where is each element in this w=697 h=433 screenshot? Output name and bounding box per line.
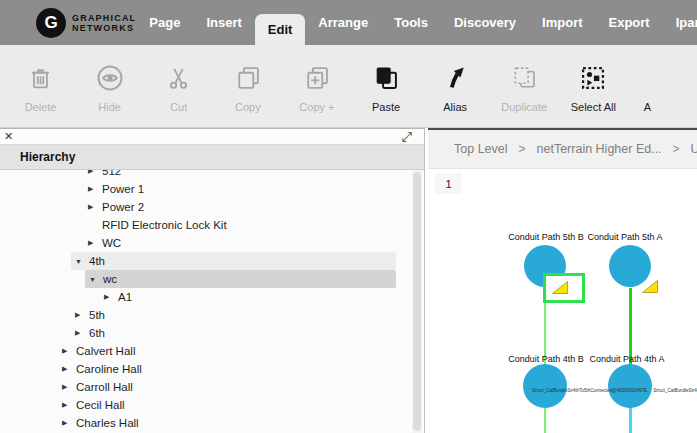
chevron-right-icon[interactable]: ▶ <box>75 311 88 319</box>
copy-plus-label: Copy + <box>299 101 334 113</box>
edit-toolbar: Delete Hide Cut Copy <box>0 45 697 128</box>
graphical-networks-logo-icon: G <box>36 8 66 38</box>
menu-item-import[interactable]: Import <box>529 0 595 45</box>
chevron-right-icon[interactable]: ▶ <box>88 170 101 175</box>
page-number-tab[interactable]: 1 <box>435 173 462 194</box>
chevron-right-icon[interactable]: ▶ <box>104 293 117 301</box>
tree-item-label: 4th <box>88 255 105 267</box>
tree-item-charles-hall[interactable]: ▶Charles Hall <box>0 414 424 432</box>
tree-scrollbar[interactable] <box>412 170 422 433</box>
menu-item-export[interactable]: Export <box>596 0 663 45</box>
tree-item-label: WC <box>101 237 121 249</box>
tree-item-label: Power 1 <box>101 183 144 195</box>
brand-line2: NETWORKS <box>72 23 136 33</box>
chevron-down-icon[interactable]: ▼ <box>89 276 102 283</box>
node-label-conduit-path-4th-b: Conduit Path 4th B <box>508 354 584 364</box>
copy-plus-icon <box>303 57 331 99</box>
hide-label: Hide <box>98 101 121 113</box>
tree-item-caroline-hall[interactable]: ▶Caroline Hall <box>0 360 424 378</box>
chevron-right-icon[interactable]: ▶ <box>88 203 101 211</box>
tree-item-carroll-hall[interactable]: ▶Carroll Hall <box>0 378 424 396</box>
link-id-label: Struct_CatBundleStr4thTo5thConnected@400… <box>653 388 697 393</box>
hierarchy-tree: ▶512 ▶Power 1 ▶Power 2 ▶RFID Electronic … <box>0 170 424 433</box>
tree-item-power-2[interactable]: ▶Power 2 <box>0 198 424 216</box>
alias-arrow-icon <box>441 57 469 99</box>
breadcrumb-clipped[interactable]: Un <box>691 142 697 156</box>
tree-item-label: Carroll Hall <box>75 381 133 393</box>
brand-line1: GRAPHICAL <box>72 13 136 23</box>
breadcrumb-top-level[interactable]: Top Level <box>454 142 508 156</box>
node-label-conduit-path-4th-a: Conduit Path 4th A <box>589 354 664 364</box>
chevron-separator-icon: > <box>673 142 680 156</box>
link-id-label: Struct_CatBundleStr4thTo5thConnected@400… <box>532 388 647 393</box>
node-conduit-path-4th-b[interactable] <box>523 364 567 408</box>
duplicate-button[interactable]: Duplicate <box>490 45 559 127</box>
duplicate-icon <box>510 57 538 99</box>
tree-item-wc-upper[interactable]: ▶WC <box>0 234 424 252</box>
trash-icon <box>27 57 54 99</box>
copy-label: Copy <box>235 101 261 113</box>
chevron-right-icon[interactable]: ▶ <box>88 185 101 193</box>
hide-button[interactable]: Hide <box>75 45 144 127</box>
menu-item-edit[interactable]: Edit <box>255 14 306 45</box>
select-all-button[interactable]: Select All <box>559 45 628 127</box>
duplicate-label: Duplicate <box>501 101 547 113</box>
main-menu: Page Insert Edit Arrange Tools Discovery… <box>136 0 697 45</box>
tree-item-label: Calvert Hall <box>75 345 135 357</box>
select-all-icon <box>579 57 607 99</box>
link-id-labels: Struct_CatBundleStr4thTo5thConnected@400… <box>532 388 697 393</box>
delete-label: Delete <box>25 101 57 113</box>
menu-item-page[interactable]: Page <box>136 0 193 45</box>
tree-item-label: A1 <box>117 291 132 303</box>
copy-plus-button[interactable]: Copy + <box>282 45 351 127</box>
delete-button[interactable]: Delete <box>6 45 75 127</box>
clipped-toolbar-label: A <box>628 101 651 113</box>
diagram-canvas[interactable]: 1 Conduit Path 5th B Conduit Path 5th A … <box>428 169 697 433</box>
tree-item-rfid-electronic-lock-kit[interactable]: ▶RFID Electronic Lock Kit <box>0 216 424 234</box>
chevron-right-icon[interactable]: ▶ <box>62 383 75 391</box>
tree-scrollbar-thumb[interactable] <box>413 172 421 431</box>
chevron-right-icon[interactable]: ▶ <box>62 419 75 427</box>
tree-item-4th[interactable]: ▼4th <box>0 252 424 270</box>
cut-button[interactable]: Cut <box>144 45 213 127</box>
menu-item-ipam[interactable]: Ipam <box>663 0 697 45</box>
chevron-down-icon[interactable]: ▼ <box>75 258 88 265</box>
chevron-right-icon[interactable]: ▶ <box>88 239 101 247</box>
tree-item-a1[interactable]: ▶A1 <box>0 288 424 306</box>
copy-button[interactable]: Copy <box>213 45 282 127</box>
tree-item-512[interactable]: ▶512 <box>0 170 424 180</box>
warning-triangle-icon <box>642 280 658 293</box>
menu-item-tools[interactable]: Tools <box>381 0 441 45</box>
scissors-icon <box>165 57 192 99</box>
alias-button[interactable]: Alias <box>421 45 490 127</box>
tree-item-power-1[interactable]: ▶Power 1 <box>0 180 424 198</box>
breadcrumb-netterrain-higher-ed[interactable]: netTerrain Higher Ed... <box>537 142 662 156</box>
tree-item-label: Power 2 <box>101 201 144 213</box>
diagram-panel: Top Level > netTerrain Higher Ed... > Un… <box>428 128 697 433</box>
chevron-right-icon[interactable]: ▶ <box>75 329 88 337</box>
node-label-conduit-path-5th-a: Conduit Path 5th A <box>587 232 662 242</box>
copy-icon <box>234 57 262 99</box>
tree-item-wc-selected[interactable]: ▼wc <box>0 270 424 288</box>
tree-item-label: 5th <box>88 309 105 321</box>
brand-name: GRAPHICAL NETWORKS <box>72 13 136 33</box>
tree-item-6th[interactable]: ▶6th <box>0 324 424 342</box>
tree-item-label: RFID Electronic Lock Kit <box>101 219 227 231</box>
alias-label: Alias <box>443 101 467 113</box>
chevron-right-icon[interactable]: ▶ <box>62 401 75 409</box>
expand-panel-icon[interactable]: ⤢ <box>402 130 412 143</box>
menu-item-arrange[interactable]: Arrange <box>305 0 381 45</box>
clipped-toolbar-button[interactable]: A <box>628 45 697 127</box>
menu-item-discovery[interactable]: Discovery <box>441 0 529 45</box>
tree-item-calvert-hall[interactable]: ▶Calvert Hall <box>0 342 424 360</box>
chevron-right-icon[interactable]: ▶ <box>62 347 75 355</box>
tree-item-5th[interactable]: ▶5th <box>0 306 424 324</box>
chevron-right-icon[interactable]: ▶ <box>62 365 75 373</box>
close-icon[interactable]: ✕ <box>4 131 13 142</box>
paste-button[interactable]: Paste <box>351 45 420 127</box>
tree-item-label: Caroline Hall <box>75 363 142 375</box>
node-conduit-path-4th-a[interactable] <box>608 364 652 408</box>
menu-item-insert[interactable]: Insert <box>193 0 254 45</box>
link-conduit-4thA-down[interactable] <box>629 408 632 433</box>
tree-item-cecil-hall[interactable]: ▶Cecil Hall <box>0 396 424 414</box>
